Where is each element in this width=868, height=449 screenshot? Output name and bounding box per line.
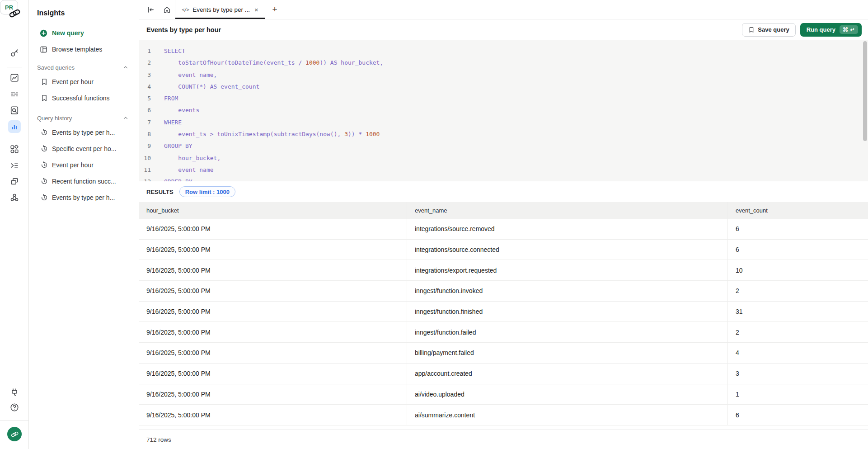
row-limit-badge[interactable]: Row limit : 1000 [179, 186, 235, 197]
sidebar-section: Query historyEvents by type per h...Spec… [29, 112, 138, 206]
history-icon [41, 194, 48, 201]
rail-divider [7, 139, 22, 139]
rail-divider [0, 420, 29, 421]
tab-label: Events by type per ... [192, 6, 250, 13]
apps-icon[interactable] [10, 145, 19, 154]
help-icon[interactable] [10, 403, 19, 412]
metrics-icon[interactable] [10, 73, 19, 82]
line-number: 12 [139, 176, 151, 181]
code-line[interactable]: 3 event_name, [139, 69, 868, 81]
table-row[interactable]: 9/16/2025, 5:00:00 PMinngest/function.fi… [139, 302, 868, 322]
table-row[interactable]: 9/16/2025, 5:00:00 PMinngest/function.fa… [139, 322, 868, 343]
new-tab-button[interactable]: + [265, 0, 284, 19]
line-number: 11 [139, 164, 151, 176]
table-row[interactable]: 9/16/2025, 5:00:00 PMintegrations/source… [139, 219, 868, 240]
code-line[interactable]: 4 COUNT(*) AS event_count [139, 81, 868, 93]
sidebar-item[interactable]: Event per hour [29, 157, 138, 173]
close-tab-icon[interactable]: × [254, 6, 258, 14]
key-icon[interactable] [10, 48, 19, 57]
home-button[interactable] [159, 0, 175, 19]
cell-event-count: 6 [727, 405, 868, 425]
collapse-sidebar-button[interactable] [142, 0, 159, 19]
cell-hour-bucket: 9/16/2025, 5:00:00 PM [139, 384, 407, 405]
results-table-header: hour_bucket event_name event_count [139, 202, 868, 219]
cell-event-name: inngest/function.invoked [407, 281, 727, 301]
sidebar-item[interactable]: Event per hour [29, 74, 138, 90]
code-line[interactable]: 5FROM [139, 93, 868, 104]
cell-event-count: 1 [727, 384, 868, 405]
code-line[interactable]: 11 event_name [139, 164, 868, 176]
icon-rail: PR [0, 0, 29, 449]
code-line[interactable]: 2 toStartOfHour(toDateTime(event_ts / 10… [139, 57, 868, 69]
cell-event-count: 3 [727, 364, 868, 384]
sidebar-item[interactable]: Successful functions [29, 90, 138, 106]
chevron-up-icon[interactable] [122, 115, 129, 121]
code-line[interactable]: 7WHERE [139, 117, 868, 128]
editor-scrollbar[interactable] [863, 41, 867, 141]
cell-event-name: ai/summarize.content [407, 405, 727, 425]
cell-event-name: integrations/export.requested [407, 260, 727, 280]
browse-templates-button[interactable]: Browse templates [29, 41, 138, 57]
new-query-button[interactable]: New query [29, 25, 138, 41]
line-number: 1 [139, 45, 151, 57]
table-row[interactable]: 9/16/2025, 5:00:00 PMinngest/function.in… [139, 281, 868, 302]
table-row[interactable]: 9/16/2025, 5:00:00 PMapp/account.created… [139, 364, 868, 384]
table-row[interactable]: 9/16/2025, 5:00:00 PMbilling/payment.fai… [139, 343, 868, 364]
cell-event-count: 2 [727, 281, 868, 301]
query-header: Events by type per hour Save query Run q… [139, 19, 868, 40]
doc-search-icon[interactable] [10, 106, 19, 115]
workflow-icon[interactable] [10, 193, 19, 202]
template-icon [40, 46, 47, 53]
sidebar-item[interactable]: Recent function succ... [29, 173, 138, 189]
table-row[interactable]: 9/16/2025, 5:00:00 PMai/summarize.conten… [139, 405, 868, 425]
code-text: FROM [164, 93, 178, 104]
table-row-partial [139, 425, 868, 430]
cell-hour-bucket: 9/16/2025, 5:00:00 PM [139, 302, 407, 322]
code-line[interactable]: 1SELECT [139, 45, 868, 57]
sidebar-item[interactable]: Specific event per ho... [29, 141, 138, 157]
code-line[interactable]: 10 hour_bucket, [139, 152, 868, 164]
tab-events-by-type-per-hour[interactable]: </> Events by type per ... × [175, 0, 265, 19]
rail-divider [7, 67, 22, 67]
section-header-saved-queries[interactable]: Saved queries [29, 61, 138, 74]
account-avatar[interactable] [7, 427, 22, 441]
code-text: event_name, [164, 69, 217, 81]
history-icon [41, 145, 48, 152]
section-label: Query history [37, 115, 72, 122]
cell-hour-bucket: 9/16/2025, 5:00:00 PM [139, 364, 407, 384]
windows-icon[interactable] [10, 177, 19, 186]
chevron-up-icon[interactable] [122, 64, 129, 71]
code-line[interactable]: 6 events [139, 104, 868, 116]
code-text: toStartOfHour(toDateTime(event_ts / 1000… [164, 57, 383, 69]
code-text: events [164, 104, 199, 116]
code-line[interactable]: 9GROUP BY [139, 140, 868, 152]
sql-editor[interactable]: 1SELECT2 toStartOfHour(toDateTime(event_… [139, 40, 868, 181]
cell-event-name: inngest/function.failed [407, 322, 727, 342]
section-header-query-history[interactable]: Query history [29, 112, 138, 124]
table-row[interactable]: 9/16/2025, 5:00:00 PMai/video.uploaded1 [139, 384, 868, 405]
save-query-button[interactable]: Save query [742, 23, 795, 37]
line-number: 2 [139, 57, 151, 69]
sidebar-item[interactable]: Events by type per h... [29, 124, 138, 141]
sidebar-title: Insights [37, 8, 138, 19]
history-icon [41, 161, 48, 169]
filters-icon[interactable] [10, 90, 19, 99]
dev-prompt-icon[interactable] [10, 161, 19, 170]
table-row[interactable]: 9/16/2025, 5:00:00 PMintegrations/source… [139, 240, 868, 260]
plug-icon[interactable] [10, 388, 19, 397]
cell-event-name: ai/video.uploaded [407, 384, 727, 405]
cmd-key-icon: ⌘ [843, 26, 849, 33]
results-table-body: 9/16/2025, 5:00:00 PMintegrations/source… [139, 219, 868, 430]
code-line[interactable]: 8 event_ts > toUnixTimestamp(subtractDay… [139, 128, 868, 140]
line-number: 6 [139, 104, 151, 116]
code-text: COUNT(*) AS event_count [164, 81, 259, 93]
sidebar-item[interactable]: Events by type per h... [29, 189, 138, 206]
cell-event-count: 2 [727, 322, 868, 342]
cell-event-name: integrations/source.removed [407, 219, 727, 239]
table-row[interactable]: 9/16/2025, 5:00:00 PMintegrations/export… [139, 260, 868, 281]
cell-event-count: 31 [727, 302, 868, 322]
insights-bars-icon[interactable] [8, 120, 21, 133]
run-query-button[interactable]: Run query ⌘ ↵ [800, 23, 862, 37]
sidebar-item-label: Specific event per ho... [52, 145, 116, 152]
code-line[interactable]: 12ORDER BY [139, 176, 868, 181]
